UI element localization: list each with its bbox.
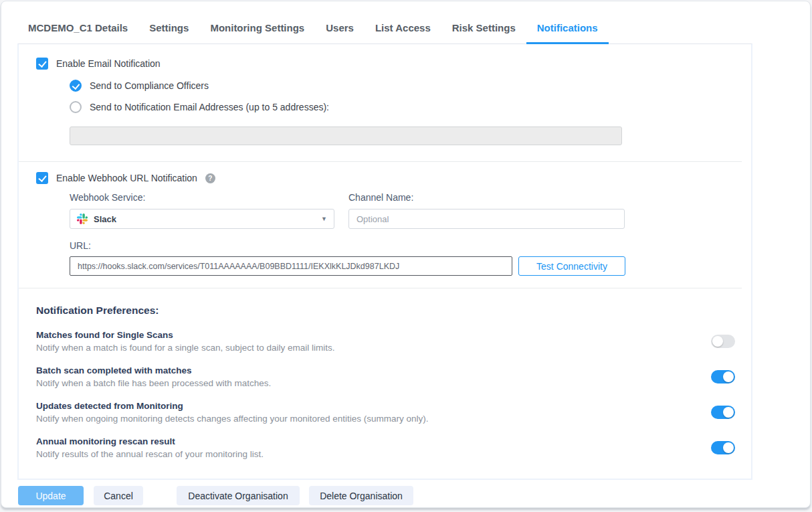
tab-risk-settings[interactable]: Risk Settings bbox=[441, 22, 526, 44]
url-label: URL: bbox=[70, 240, 742, 251]
pref-row-batch-scan: Batch scan completed with matches Notify… bbox=[36, 365, 735, 388]
send-to-compliance-label: Send to Compliance Officers bbox=[90, 80, 209, 91]
webhook-service-select[interactable]: Slack ▼ bbox=[70, 209, 334, 229]
tab-notifications[interactable]: Notifications bbox=[526, 22, 609, 44]
tab-settings[interactable]: Settings bbox=[138, 22, 199, 44]
deactivate-organisation-button[interactable]: Deactivate Organisation bbox=[177, 486, 300, 505]
notifications-panel: Enable Email Notification Send to Compli… bbox=[17, 44, 752, 480]
help-icon[interactable]: ? bbox=[205, 173, 215, 183]
annual-rescan-toggle[interactable] bbox=[711, 441, 735, 454]
webhook-service-field: Webhook Service: Slack ▼ bbox=[70, 192, 334, 229]
slack-icon bbox=[77, 214, 88, 224]
pref-title: Matches found for Single Scans bbox=[36, 330, 334, 340]
pref-row-single-scans: Matches found for Single Scans Notify wh… bbox=[36, 330, 735, 353]
chevron-down-icon: ▼ bbox=[321, 216, 327, 222]
single-scans-toggle[interactable] bbox=[711, 335, 735, 348]
pref-title: Updates detected from Monitoring bbox=[36, 401, 429, 411]
tab-bar: MCDEMO_C1 Details Settings Monitoring Se… bbox=[1, 1, 810, 44]
batch-scan-toggle[interactable] bbox=[711, 370, 735, 383]
send-to-addresses-label: Send to Notification Email Addresses (up… bbox=[90, 102, 329, 112]
email-notification-section: Enable Email Notification Send to Compli… bbox=[19, 44, 751, 161]
send-to-addresses-radio[interactable] bbox=[70, 101, 82, 113]
pref-row-monitoring-updates: Updates detected from Monitoring Notify … bbox=[36, 401, 735, 424]
pref-description: Notify when a match is found for a singl… bbox=[36, 343, 334, 353]
notification-addresses-input[interactable] bbox=[70, 126, 622, 145]
tab-monitoring-settings[interactable]: Monitoring Settings bbox=[199, 22, 315, 44]
cancel-button[interactable]: Cancel bbox=[94, 486, 143, 505]
tab-details[interactable]: MCDEMO_C1 Details bbox=[17, 22, 138, 44]
preferences-heading: Notification Preferences: bbox=[36, 305, 735, 317]
enable-webhook-label: Enable Webhook URL Notification bbox=[56, 173, 197, 183]
send-to-compliance-radio[interactable] bbox=[70, 80, 82, 92]
enable-email-label: Enable Email Notification bbox=[56, 58, 161, 69]
pref-description: Notify when a batch file has been proces… bbox=[36, 378, 271, 388]
test-connectivity-button[interactable]: Test Connectivity bbox=[518, 256, 625, 276]
enable-email-checkbox[interactable] bbox=[36, 58, 48, 70]
pref-description: Notify when ongoing monitoring detects c… bbox=[36, 414, 429, 424]
pref-title: Annual monitoring rescan result bbox=[36, 436, 264, 446]
delete-organisation-button[interactable]: Delete Organisation bbox=[309, 486, 413, 505]
channel-name-field: Channel Name: bbox=[348, 192, 625, 229]
url-field: URL: Test Connectivity bbox=[70, 240, 742, 276]
pref-row-annual-rescan: Annual monitoring rescan result Notify r… bbox=[36, 436, 735, 459]
webhook-service-value: Slack bbox=[94, 214, 315, 224]
update-button[interactable]: Update bbox=[18, 486, 84, 505]
pref-title: Batch scan completed with matches bbox=[36, 365, 271, 375]
webhook-service-label: Webhook Service: bbox=[70, 192, 334, 203]
settings-card: MCDEMO_C1 Details Settings Monitoring Se… bbox=[1, 1, 811, 508]
pref-description: Notify results of the annual rescan of y… bbox=[36, 449, 264, 459]
tab-list-access[interactable]: List Access bbox=[365, 22, 441, 44]
notification-preferences-section: Notification Preferences: Matches found … bbox=[19, 288, 751, 479]
enable-webhook-checkbox[interactable] bbox=[36, 172, 48, 184]
channel-name-label: Channel Name: bbox=[348, 192, 625, 203]
webhook-url-input[interactable] bbox=[70, 256, 512, 276]
footer-actions: Update Cancel Deactivate Organisation De… bbox=[18, 486, 810, 505]
tab-users[interactable]: Users bbox=[315, 22, 365, 44]
channel-name-input[interactable] bbox=[348, 209, 625, 229]
monitoring-updates-toggle[interactable] bbox=[711, 406, 735, 419]
webhook-notification-section: Enable Webhook URL Notification ? Webhoo… bbox=[19, 162, 751, 288]
